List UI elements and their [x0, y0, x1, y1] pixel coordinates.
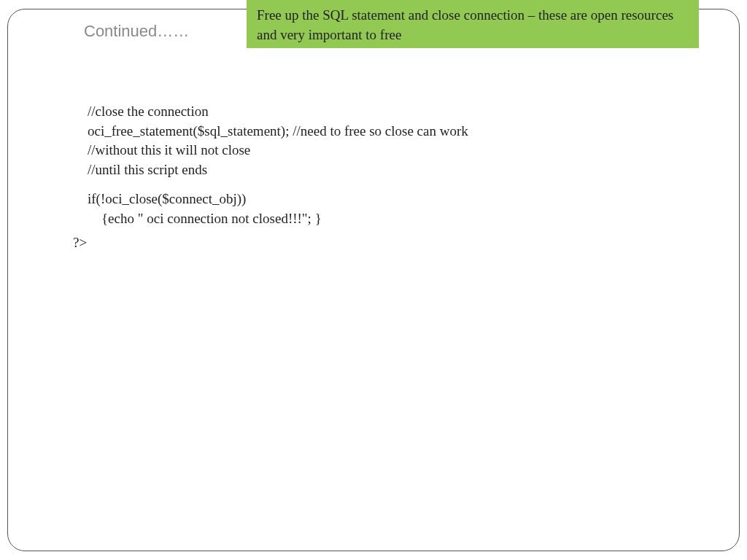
slide-frame — [7, 9, 740, 551]
code-block: //close the connection oci_free_statemen… — [88, 102, 468, 252]
code-line: {echo " oci connection not closed!!!"; } — [88, 209, 468, 229]
code-line: ?> — [73, 233, 468, 253]
code-line: if(!oci_close($connect_obj)) — [88, 190, 468, 209]
code-line: //until this script ends — [88, 160, 468, 180]
slide-heading: Continued…… — [84, 22, 189, 41]
annotation-callout: Free up the SQL statement and close conn… — [247, 0, 699, 48]
code-line: oci_free_statement($sql_statement); //ne… — [88, 122, 468, 141]
code-line: //close the connection — [88, 102, 468, 122]
code-line: //without this it will not close — [88, 141, 468, 160]
